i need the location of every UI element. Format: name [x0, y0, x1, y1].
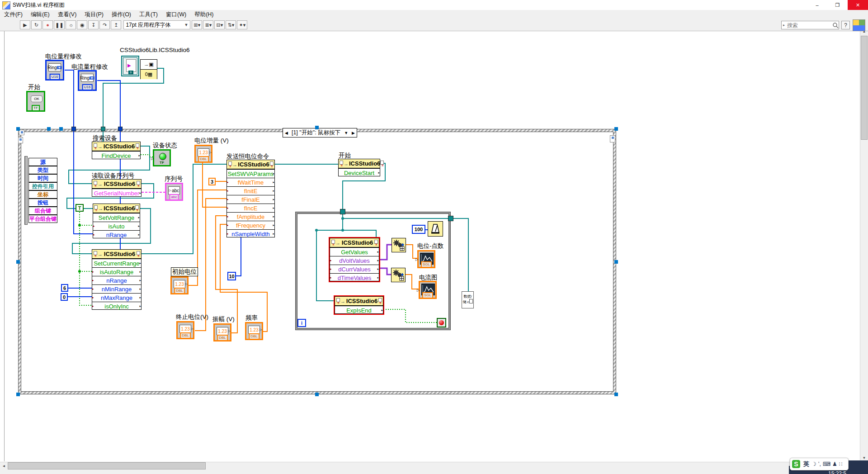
input-terminal-icon[interactable]: ▸ — [92, 279, 94, 282]
input-terminal-icon[interactable]: ▸ — [93, 224, 95, 228]
loop-iteration-terminal[interactable]: i — [297, 319, 306, 327]
output-terminal-icon[interactable]: ▸ — [138, 216, 140, 219]
sogou-logo-icon[interactable]: S — [792, 460, 800, 468]
scroll-left-arrow[interactable]: ◄ — [0, 462, 8, 470]
resize-objects-button[interactable]: ⊟▾ — [214, 20, 225, 29]
output-terminal-icon[interactable]: ▸ — [378, 171, 380, 175]
numeric-value[interactable]: 1.23▷ — [248, 326, 260, 334]
selection-handle[interactable] — [47, 127, 51, 131]
distribute-objects-button[interactable]: ≣▾ — [203, 20, 213, 29]
output-terminal-icon[interactable]: ▸ — [139, 279, 141, 282]
event-data-item[interactable]: 源 — [28, 158, 57, 166]
input-terminal-icon[interactable]: ▸ — [92, 270, 94, 274]
restore-button[interactable]: ❐ — [827, 0, 848, 10]
true-constant[interactable]: T — [75, 204, 84, 212]
minimize-button[interactable]: – — [807, 0, 827, 10]
output-terminal-icon[interactable]: ▸ — [377, 250, 379, 254]
ime-icon-4[interactable]: ∷ — [839, 461, 843, 467]
selection-handle[interactable] — [614, 260, 618, 264]
invoke-row-dTimeValues[interactable]: ▸dTimeValues▸ — [330, 273, 379, 282]
step-over-button[interactable]: ↷ — [99, 20, 110, 29]
menu-item-3[interactable]: 项目(P) — [80, 10, 108, 19]
invoke-row-isAuto[interactable]: ▸isAuto▸ — [93, 222, 140, 230]
output-terminal-icon[interactable]: ▸ — [377, 259, 379, 262]
clean-diagram-button[interactable]: ✦▾ — [237, 20, 247, 29]
selection-handle[interactable] — [315, 393, 319, 396]
input-terminal-icon[interactable]: ▸ — [92, 287, 94, 291]
output-terminal-icon[interactable]: ▸ — [273, 172, 274, 175]
input-terminal-icon[interactable]: ▸ — [330, 276, 332, 280]
potential-points-chart-terminal[interactable]: ▷SGL — [417, 250, 435, 268]
invoke-row-fWaitTime[interactable]: ▸fWaitTime▸ — [227, 178, 274, 186]
ime-icon-0[interactable]: ☽ — [811, 461, 816, 467]
invoke-row-nMaxRange[interactable]: ▸nMaxRange▸ — [92, 293, 141, 302]
output-terminal-icon[interactable]: ▸ — [138, 233, 140, 237]
selection-handle[interactable] — [614, 393, 618, 396]
invoke-row-GetSerialNumber[interactable]: GetSerialNumber▸ — [92, 189, 141, 197]
loop-condition-terminal[interactable] — [437, 318, 446, 327]
run-continuous-button[interactable]: ↻ — [31, 20, 42, 29]
output-terminal-icon[interactable]: ▸ — [138, 154, 140, 157]
current-range-ring-terminal[interactable]: Ring▼U16 — [78, 70, 97, 91]
wire-tunnel[interactable] — [340, 209, 345, 214]
output-terminal-icon[interactable]: ▸ — [139, 296, 141, 299]
invoke-device-start[interactable]: ?!→ICSStudio6?!DeviceStart▸ — [338, 159, 380, 176]
device-status-led-terminal[interactable]: TF▷ — [153, 149, 171, 166]
abort-button[interactable]: ● — [42, 20, 53, 29]
invoke-row-fFinalE[interactable]: ▸fFinalE▸ — [227, 195, 274, 204]
output-terminal-icon[interactable]: ▸ — [273, 198, 274, 201]
event-data-item[interactable]: 类型 — [28, 166, 57, 174]
invoke-set-current-range[interactable]: ?!→ICSStudio6?!SetCurrentRange▸▸isAutoRa… — [92, 249, 142, 310]
numeric-value[interactable]: 1.23▷ — [179, 325, 191, 333]
const-3[interactable]: 3 — [208, 178, 216, 185]
output-terminal-icon[interactable]: ▸ — [139, 191, 141, 195]
class-cast-node[interactable]: →▣0▦ — [140, 59, 157, 79]
input-terminal-icon[interactable]: ▸ — [330, 259, 332, 262]
invoke-get-serial-number[interactable]: ?!→ICSStudio6?!GetSerialNumber▸ — [92, 179, 142, 197]
font-selector[interactable]: 17pt 应用程序字体 ▼ — [123, 20, 190, 29]
invoke-row-DeviceStart[interactable]: DeviceStart▸ — [339, 168, 380, 177]
input-terminal-icon[interactable]: ▸ — [92, 296, 94, 299]
ime-icon-3[interactable]: ♟ — [832, 461, 837, 467]
output-terminal-icon[interactable]: ▸ — [381, 308, 383, 312]
wire-tunnel[interactable] — [101, 127, 105, 131]
output-terminal-icon[interactable]: ▸ — [273, 215, 274, 218]
const-6[interactable]: 6 — [61, 284, 68, 292]
serial-number-terminal[interactable]: ▷abcabc — [165, 183, 183, 201]
search-input[interactable] — [786, 22, 832, 29]
data-storage-subvi[interactable]: 数据/储 c — [462, 291, 474, 308]
invoke-row-nMinRange[interactable]: ▸nMinRange▸ — [92, 284, 141, 293]
numeric-value[interactable]: 1.23▷ — [217, 327, 228, 335]
string-value[interactable]: ▷abc — [168, 186, 180, 194]
input-terminal-icon[interactable]: ▸ — [227, 180, 229, 184]
output-terminal-icon[interactable]: ▸ — [139, 270, 141, 274]
event-data-item[interactable]: 组合键 — [28, 207, 57, 215]
potential-increment-terminal[interactable]: 1.23▷DBL — [194, 145, 212, 163]
icsstudio6-class-constant[interactable]: ▶D — [121, 56, 139, 76]
horizontal-scrollbar[interactable]: ◄ ► — [0, 462, 860, 470]
event-selector-label[interactable]: ◀[1] "开始": 鼠标按下▼▶ — [283, 128, 357, 137]
output-terminal-icon[interactable]: ▸ — [138, 224, 140, 228]
selection-handle[interactable] — [614, 127, 618, 131]
output-terminal-icon[interactable]: ▸ — [273, 206, 274, 210]
ring-value[interactable]: Ring▼ — [81, 74, 94, 82]
reorder-objects-button[interactable]: ⇅▾ — [226, 20, 236, 29]
next-case-arrow[interactable]: ▶ — [350, 131, 357, 135]
vertical-scrollbar[interactable]: ▲ ▼ — [860, 28, 868, 462]
highlight-execution-button[interactable]: ☼ — [66, 20, 76, 29]
const-10[interactable]: 10 — [227, 272, 236, 280]
invoke-row-isOnlyInc[interactable]: ▸isOnlyInc▸ — [92, 302, 141, 310]
prev-case-arrow[interactable]: ◀ — [283, 131, 290, 135]
input-terminal-icon[interactable]: ▸ — [330, 267, 332, 271]
input-terminal-icon[interactable]: ▸ — [227, 223, 229, 227]
menu-item-0[interactable]: 文件(F) — [0, 10, 27, 19]
invoke-row-nRange[interactable]: ▸nRange▸ — [93, 230, 140, 239]
step-out-button[interactable]: ↥ — [111, 20, 121, 29]
variant-to-data-1[interactable] — [392, 238, 406, 252]
selection-handle[interactable] — [16, 393, 20, 396]
const-100[interactable]: 100 — [412, 225, 425, 234]
output-terminal-icon[interactable]: ▸ — [273, 180, 274, 184]
event-data-item[interactable]: 平台组合键 — [28, 215, 57, 223]
event-data-node[interactable]: 源类型时间控件引用坐标按钮组合键平台组合键 — [24, 156, 58, 225]
step-into-button[interactable]: ↧ — [88, 20, 99, 29]
